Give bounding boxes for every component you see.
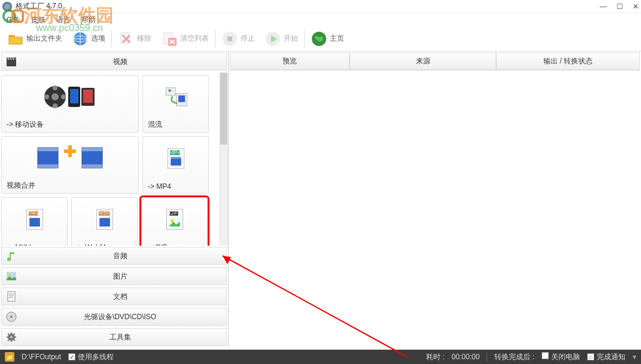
maximize-button[interactable]: ☐ [616,2,623,11]
document-icon [5,290,17,302]
column-output[interactable]: 输出 / 转换状态 [496,53,640,70]
merge-icon [34,143,106,173]
category-document-label: 文档 [17,292,223,302]
home-globe-icon [311,30,327,47]
svg-point-57 [10,336,13,338]
svg-rect-32 [82,164,102,168]
separator [304,30,305,48]
category-video-header[interactable]: 视频 [1,53,227,71]
clear-label: 清空列表 [180,33,209,44]
notify-checkbox[interactable]: ✓完成通知 [587,352,625,362]
folder-status-icon[interactable]: 📁 [5,352,14,362]
webm-icon: webm [93,207,117,231]
start-button[interactable]: 开始 [261,29,302,48]
mix-icon [164,85,188,109]
menu-task[interactable]: 任务 [6,15,20,25]
mp4-icon: MP4 [164,146,188,170]
options-label: 选项 [91,33,105,44]
globe-icon [72,30,89,47]
tile-gif-label: -> GIF [142,241,207,246]
folder-icon [7,30,24,47]
status-bar: 📁 D:\FFOutput ✓使用多线程 耗时 : 00:00:00 转换完成后… [0,350,641,364]
toolbar: 输出文件夹 选项 移除 清空列表 停止 开始 主页 [0,26,641,51]
multithread-checkbox[interactable]: ✓使用多线程 [68,352,114,362]
svg-point-24 [168,89,171,92]
remove-button[interactable]: 移除 [114,29,155,48]
svg-rect-8 [227,36,232,41]
dropdown-icon[interactable]: ▾ [633,353,636,361]
film-reel-icon [43,82,97,112]
main-area: 视频 -> 移动设备 [0,51,641,347]
after-convert-label: 转换完成后 : [494,352,534,362]
scrollbar-thumb[interactable] [220,73,227,145]
tile-mkv[interactable]: mkv -> MKV [1,197,68,246]
menu-bar: 任务 皮肤 语言 帮助 [0,13,641,26]
disc-icon [5,311,17,323]
close-button[interactable]: ✕ [633,2,639,11]
annotation-arrow [211,244,420,363]
category-video-label: 视频 [17,57,223,67]
options-button[interactable]: 选项 [68,29,109,48]
elapsed-label: 耗时 : [426,352,445,362]
svg-rect-37 [171,157,181,159]
play-icon [265,30,281,47]
separator [487,353,487,361]
svg-point-18 [61,94,66,99]
category-drive-label: 光驱设备\DVD\CD\ISO [17,312,223,322]
svg-rect-41 [29,218,40,227]
title-bar: 格式工厂 4.7.0 — ☐ ✕ [0,0,641,13]
minimize-button[interactable]: — [600,2,607,11]
tile-video-merge[interactable]: 视频合并 [1,136,139,194]
picture-icon [5,270,17,282]
tile-webm[interactable]: webm -> WebM [71,197,138,246]
category-audio[interactable]: 音频 [1,247,227,265]
svg-rect-29 [38,164,58,168]
category-tools[interactable]: 工具集 [1,328,227,346]
app-icon [2,2,12,11]
clear-list-button[interactable]: 清空列表 [157,29,212,48]
category-drive[interactable]: 光驱设备\DVD\CD\ISO [1,308,227,326]
gif-icon: GIF [163,207,187,231]
output-path: D:\FFOutput [22,353,61,361]
separator [215,30,215,48]
menu-language[interactable]: 语言 [56,15,71,25]
svg-text:webm: webm [96,209,112,216]
svg-point-15 [53,85,57,90]
svg-text:GIF: GIF [169,209,178,216]
menu-skin[interactable]: 皮肤 [31,15,45,25]
scrollbar[interactable] [220,72,228,246]
stop-button[interactable]: 停止 [218,29,259,48]
music-icon [5,250,17,262]
category-picture-label: 图片 [17,271,223,282]
svg-point-16 [53,103,57,108]
home-button[interactable]: 主页 [307,29,348,48]
shutdown-checkbox[interactable]: 关闭电脑 [542,352,580,362]
svg-point-55 [10,316,13,318]
category-picture[interactable]: 图片 [1,267,227,285]
tile-mp4[interactable]: MP4 -> MP4 [142,136,209,194]
tile-mp4-label: -> MP4 [143,180,208,193]
video-tiles-area: -> 移动设备 混流 [0,72,228,246]
svg-line-58 [223,256,408,357]
column-source[interactable]: 来源 [350,53,496,70]
tile-mkv-label: -> MKV [2,241,67,246]
right-panel: 预览 来源 输出 / 转换状态 [229,51,641,347]
svg-point-17 [44,94,49,99]
category-tools-label: 工具集 [17,332,223,342]
window-controls: — ☐ ✕ [600,2,639,11]
tile-mix[interactable]: 混流 [142,75,209,133]
window-title: 格式工厂 4.7.0 [16,1,600,11]
tile-mobile-label: -> 移动设备 [2,117,138,132]
elapsed-value: 00:00:00 [452,353,480,361]
tile-webm-label: -> WebM [72,241,137,246]
remove-label: 移除 [137,33,151,44]
separator [111,30,112,48]
menu-help[interactable]: 帮助 [81,15,96,25]
tile-mobile-device[interactable]: -> 移动设备 [1,75,139,133]
column-preview[interactable]: 预览 [230,53,350,70]
output-folder-button[interactable]: 输出文件夹 [4,29,66,48]
tile-mix-label: 混流 [143,117,208,132]
tile-gif[interactable]: GIF -> GIF [141,197,208,246]
category-document[interactable]: 文档 [1,287,227,305]
svg-text:MP4: MP4 [169,149,181,155]
